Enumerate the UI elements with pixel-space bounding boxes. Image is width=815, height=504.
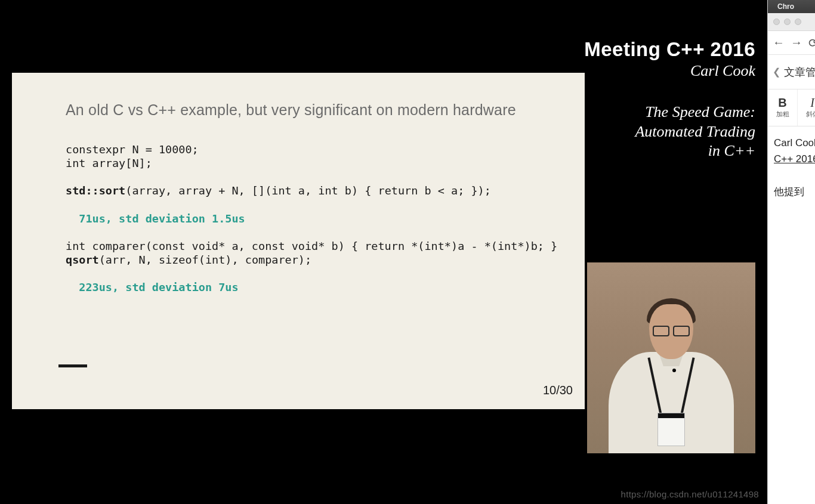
microphone-icon <box>672 369 676 372</box>
italic-icon: I <box>810 97 814 109</box>
speaker-badge <box>657 413 685 446</box>
code-result-1: 71us, std deviation 1.5us <box>79 212 245 225</box>
conference-author: Carl Cook <box>570 62 755 80</box>
traffic-light-close-icon[interactable] <box>773 18 780 25</box>
breadcrumb-row[interactable]: ❮ 文章管 <box>768 55 815 89</box>
traffic-light-zoom-icon[interactable] <box>795 18 801 25</box>
bold-button[interactable]: B 加粗 <box>768 89 798 126</box>
content-text-line: 他提到 <box>774 184 809 200</box>
bold-icon: B <box>778 97 786 109</box>
code-line: (array, array + N, [](int a, int b) { re… <box>125 184 491 197</box>
mac-menubar[interactable]: Chro <box>768 0 815 13</box>
bold-label: 加粗 <box>776 110 789 119</box>
reload-button[interactable]: ⟳ <box>808 36 815 50</box>
format-toolbar: B 加粗 I 斜体 <box>768 89 815 126</box>
editor-content[interactable]: Carl Cook C++ 2016 他提到 <box>768 126 815 504</box>
slide-page-number: 10/30 <box>543 384 573 397</box>
traffic-light-minimize-icon[interactable] <box>784 18 791 25</box>
talk-title-line: in C++ <box>570 141 755 161</box>
speaker-figure <box>606 286 737 453</box>
slide-divider <box>58 364 87 367</box>
code-line: (arr, N, sizeof(int), comparer); <box>99 253 311 266</box>
slide-code-block: constexpr N = 10000; int array[N]; std::… <box>66 143 537 294</box>
conference-title: Meeting C++ 2016 <box>570 38 755 61</box>
breadcrumb-label[interactable]: 文章管 <box>784 65 815 79</box>
source-watermark: https://blog.csdn.net/u011241498 <box>621 489 759 499</box>
talk-title-line: The Speed Game: <box>570 103 755 122</box>
presentation-video[interactable]: An old C vs C++ example, but very signif… <box>0 0 767 504</box>
glasses-icon <box>653 326 690 335</box>
browser-nav-toolbar: ← → ⟳ <box>768 31 815 55</box>
code-sort-fn: std::sort <box>66 184 125 197</box>
italic-button[interactable]: I 斜体 <box>798 89 815 126</box>
menubar-app-name[interactable]: Chro <box>777 2 794 11</box>
slide-heading: An old C vs C++ example, but very signif… <box>66 101 537 119</box>
conference-overlay: Meeting C++ 2016 Carl Cook The Speed Gam… <box>570 38 755 161</box>
window-titlebar[interactable] <box>768 13 815 31</box>
speaker-camera-feed <box>587 262 755 453</box>
side-browser-window: Chro ← → ⟳ ❮ 文章管 B 加粗 I 斜体 Carl C <box>767 0 815 504</box>
code-line: int array[N]; <box>66 157 152 169</box>
talk-title-line: Automated Trading <box>570 122 755 142</box>
code-result-2: 223us, std deviation 7us <box>79 281 238 293</box>
content-text-line: Carl Cook <box>774 135 809 151</box>
slide: An old C vs C++ example, but very signif… <box>12 73 585 409</box>
content-link[interactable]: C++ 2016 <box>774 151 809 167</box>
chevron-left-icon: ❮ <box>773 66 780 78</box>
code-line: int comparer(const void* a, const void* … <box>66 240 557 252</box>
forward-button[interactable]: → <box>791 36 801 50</box>
code-line: constexpr N = 10000; <box>66 143 199 156</box>
italic-label: 斜体 <box>806 110 816 119</box>
code-qsort-fn: qsort <box>66 253 99 266</box>
back-button[interactable]: ← <box>773 36 783 50</box>
